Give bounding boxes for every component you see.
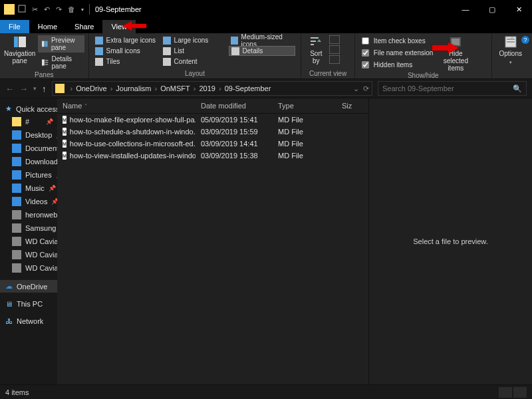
preview-pane-button[interactable]: Preview pane	[38, 35, 84, 53]
table-row[interactable]: Mhow-to-make-file-explorer-show-full-pa.…	[57, 114, 368, 126]
view-thumbnails-icon[interactable]	[513, 387, 527, 398]
file-name-extensions-toggle[interactable]: File name extension	[359, 47, 434, 59]
sidebar-hash[interactable]: #📌	[0, 115, 57, 128]
column-headers[interactable]: Name˄ Date modified Type Siz	[57, 98, 368, 114]
layout-small[interactable]: Small icons	[93, 46, 160, 56]
address-bar[interactable]: ›OneDrive ›Journalism ›OnMSFT ›2019 ›09-…	[52, 81, 373, 96]
svg-rect-2	[14, 37, 18, 47]
md-file-icon: M	[63, 128, 66, 136]
onedrive-icon: ☁	[5, 282, 13, 291]
qat-redo-icon[interactable]: ↷	[56, 5, 62, 14]
details-pane-button[interactable]: Details pane	[38, 54, 84, 71]
close-button[interactable]: ✕	[505, 0, 532, 19]
table-row[interactable]: Mhow-to-schedule-a-shutdown-in-windo...0…	[57, 126, 368, 138]
sidebar-desktop[interactable]: Desktop📌	[0, 128, 57, 142]
qat-delete-icon[interactable]: 🗑	[68, 5, 75, 13]
sidebar-wd2[interactable]: WD Caviar Black📌	[0, 248, 57, 261]
tab-share[interactable]: Share	[66, 20, 102, 33]
sort-indicator-icon: ˄	[84, 103, 87, 109]
preview-pane: Select a file to preview.	[368, 98, 532, 384]
ribbon-tabs: File Home Share View	[0, 19, 532, 33]
svg-rect-9	[45, 64, 49, 65]
refresh-icon[interactable]: ⟳	[363, 84, 369, 93]
status-bar: 4 items	[0, 384, 532, 399]
md-file-icon: M	[63, 116, 66, 124]
back-button[interactable]: ←	[5, 84, 14, 94]
current-view-label: Current view	[305, 70, 350, 78]
file-pane: Name˄ Date modified Type Siz Mhow-to-mak…	[57, 98, 532, 384]
svg-rect-7	[45, 60, 49, 61]
search-box[interactable]: Search 09-September 🔍	[378, 81, 527, 96]
svg-rect-5	[45, 41, 48, 47]
up-button[interactable]: ↑	[42, 84, 47, 94]
sidebar-downloads[interactable]: Downloads📌	[0, 155, 57, 168]
window-title: 09-September	[95, 5, 142, 13]
layout-medium[interactable]: Medium-sized icons	[229, 35, 295, 45]
sidebar-this-pc[interactable]: 🖥This PC	[0, 298, 57, 310]
ribbon-view: ⌃ ? Navigation pane Preview pane Details…	[0, 33, 532, 79]
layout-tiles[interactable]: Tiles	[93, 57, 160, 66]
title-separator	[89, 4, 90, 15]
layout-content[interactable]: Content	[161, 57, 227, 66]
sidebar-quick-access[interactable]: ★Quick access	[0, 102, 57, 115]
layout-details[interactable]: Details	[229, 46, 295, 56]
ribbon-collapse-icon[interactable]: ⌃	[509, 36, 515, 44]
layout-extra-large[interactable]: Extra large icons	[93, 35, 160, 45]
qat-dropdown-icon[interactable]: ▾	[81, 7, 84, 13]
panes-label: Panes	[4, 71, 84, 80]
current-view-extra[interactable]	[329, 35, 340, 65]
hidden-items-toggle[interactable]: Hidden items	[359, 59, 434, 70]
qat-properties-icon[interactable]	[18, 5, 26, 14]
search-icon: 🔍	[513, 84, 522, 93]
address-row: ← → ▾ ↑ ›OneDrive ›Journalism ›OnMSFT ›2…	[0, 79, 532, 98]
tab-view[interactable]: View	[102, 20, 136, 33]
sort-by-button[interactable]: Sort by	[305, 35, 327, 65]
sidebar-wd3[interactable]: WD Caviar Greer📌	[0, 261, 57, 275]
svg-rect-13	[329, 35, 340, 44]
star-icon: ★	[5, 104, 12, 113]
svg-rect-8	[45, 62, 49, 63]
md-file-icon: M	[63, 140, 66, 148]
sidebar-music[interactable]: Music📌	[0, 182, 57, 195]
layout-picker: Extra large icons Large icons Medium-siz…	[93, 35, 297, 66]
qat-undo-icon[interactable]: ↶	[44, 5, 50, 14]
title-bar: ✂ ↶ ↷ 🗑 ▾ 09-September — ▢ ✕	[0, 0, 532, 19]
table-row[interactable]: Mhow-to-view-installed-updates-in-windo.…	[57, 150, 368, 162]
ribbon-help-icon[interactable]: ?	[521, 36, 529, 44]
network-icon: 🖧	[5, 317, 13, 325]
layout-list[interactable]: List	[161, 46, 227, 56]
sidebar-pictures[interactable]: Pictures📌	[0, 168, 57, 182]
view-details-icon[interactable]	[499, 387, 512, 398]
tab-file[interactable]: File	[0, 20, 29, 33]
table-row[interactable]: Mhow-to-use-collections-in-microsoft-ed.…	[57, 138, 368, 150]
folder-icon	[55, 84, 65, 93]
hide-selected-button[interactable]: Hide selected items	[438, 35, 473, 72]
sidebar-samsung[interactable]: Samsung 850 EV📌	[0, 221, 57, 235]
maximize-button[interactable]: ▢	[479, 0, 505, 19]
minimize-button[interactable]: —	[452, 0, 479, 19]
sidebar-heronweb[interactable]: heronweb (\\192📌	[0, 208, 57, 221]
file-list: Name˄ Date modified Type Siz Mhow-to-mak…	[57, 98, 368, 384]
sidebar-network[interactable]: 🖧Network	[0, 315, 57, 327]
forward-button[interactable]: →	[19, 84, 28, 94]
sidebar-wd1[interactable]: WD Caviar Black📌	[0, 235, 57, 248]
svg-rect-12	[311, 44, 314, 45]
tab-home[interactable]: Home	[29, 20, 66, 33]
navigation-sidebar: ★Quick access #📌 Desktop📌 Documents📌 Dow…	[0, 98, 57, 384]
svg-rect-0	[19, 5, 25, 12]
svg-rect-6	[42, 59, 45, 65]
window-controls: — ▢ ✕	[452, 0, 532, 19]
layout-large[interactable]: Large icons	[161, 35, 227, 45]
navigation-pane-button[interactable]: Navigation pane	[4, 35, 35, 71]
svg-rect-14	[329, 45, 340, 54]
sidebar-documents[interactable]: Documents📌	[0, 142, 57, 155]
item-check-boxes-toggle[interactable]: Item check boxes	[359, 35, 434, 47]
sidebar-onedrive[interactable]: ☁OneDrive	[0, 280, 57, 293]
svg-rect-3	[19, 37, 26, 47]
sidebar-videos[interactable]: Videos📌	[0, 195, 57, 208]
address-dropdown-icon[interactable]: ⌄	[353, 84, 359, 93]
svg-rect-17	[452, 39, 460, 45]
recent-dropdown[interactable]: ▾	[33, 85, 37, 92]
svg-rect-10	[311, 37, 319, 39]
qat-cut-icon[interactable]: ✂	[32, 5, 38, 14]
